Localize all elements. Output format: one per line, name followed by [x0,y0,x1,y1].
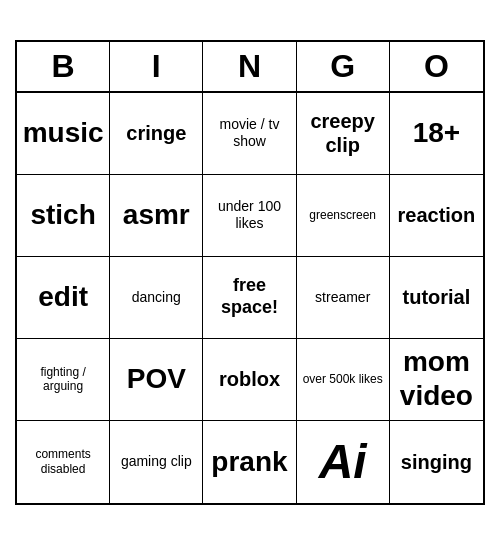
bingo-cell-22: prank [203,421,296,503]
bingo-cell-11: dancing [110,257,203,339]
bingo-cell-3: creepy clip [297,93,390,175]
header-letter-g: G [297,42,390,91]
bingo-cell-17: roblox [203,339,296,421]
header-letter-i: I [110,42,203,91]
bingo-cell-24: singing [390,421,483,503]
bingo-cell-1: cringe [110,93,203,175]
bingo-card: BINGO musiccringemovie / tv showcreepy c… [15,40,485,505]
bingo-header: BINGO [17,42,483,93]
bingo-cell-19: mom video [390,339,483,421]
bingo-cell-12: free space! [203,257,296,339]
bingo-cell-2: movie / tv show [203,93,296,175]
bingo-cell-0: music [17,93,110,175]
bingo-cell-14: tutorial [390,257,483,339]
bingo-cell-21: gaming clip [110,421,203,503]
bingo-cell-23: Ai [297,421,390,503]
bingo-cell-7: under 100 likes [203,175,296,257]
header-letter-o: O [390,42,483,91]
bingo-grid: musiccringemovie / tv showcreepy clip18+… [17,93,483,503]
bingo-cell-4: 18+ [390,93,483,175]
bingo-cell-15: fighting / arguing [17,339,110,421]
header-letter-n: N [203,42,296,91]
bingo-cell-18: over 500k likes [297,339,390,421]
bingo-cell-10: edit [17,257,110,339]
bingo-cell-20: comments disabled [17,421,110,503]
bingo-cell-5: stich [17,175,110,257]
bingo-cell-13: streamer [297,257,390,339]
bingo-cell-6: asmr [110,175,203,257]
bingo-cell-9: reaction [390,175,483,257]
bingo-cell-8: greenscreen [297,175,390,257]
bingo-cell-16: POV [110,339,203,421]
header-letter-b: B [17,42,110,91]
